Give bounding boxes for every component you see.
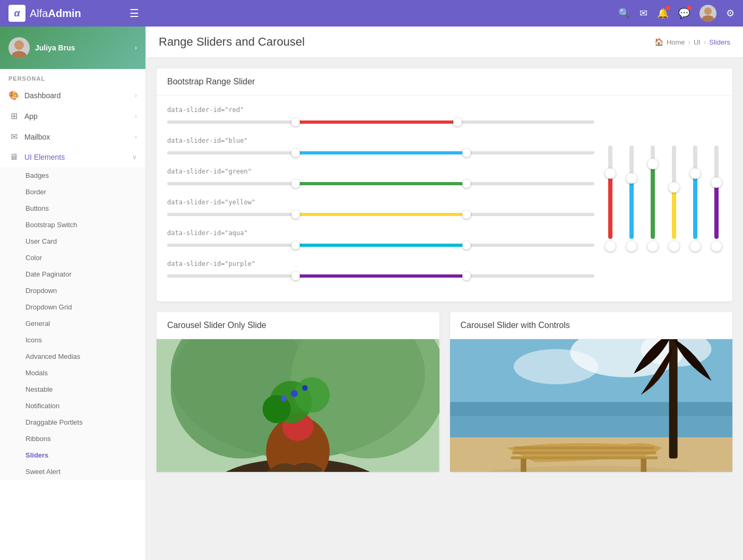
- breadcrumb: 🏠 Home › UI › Sliders: [654, 38, 730, 46]
- hamburger-icon[interactable]: ☰: [129, 7, 139, 20]
- svg-point-16: [302, 385, 308, 391]
- slider-handle-purple-left[interactable]: [291, 272, 300, 280]
- svg-point-14: [263, 395, 291, 423]
- svg-point-2: [14, 40, 24, 50]
- vslider-yellow[interactable]: [669, 145, 679, 252]
- slider-handle-green-right[interactable]: [462, 179, 471, 188]
- sidebar-subitem-notification[interactable]: Notification: [0, 398, 145, 414]
- vslider-bottom-handle-purple[interactable]: [711, 241, 722, 252]
- app-icon: ⊞: [8, 111, 19, 121]
- sidebar-subitem-user-card[interactable]: User Card: [0, 233, 145, 249]
- vslider-purple[interactable]: [711, 145, 722, 252]
- sidebar-subitem-ribbons[interactable]: Ribbons: [0, 430, 145, 447]
- slider-track-yellow-wrap[interactable]: [167, 209, 594, 220]
- slider-track-red-wrap[interactable]: [167, 117, 594, 127]
- mail-icon[interactable]: ✉: [640, 7, 647, 19]
- slider-handle-aqua-left[interactable]: [291, 241, 300, 249]
- slider-track-green-wrap[interactable]: [167, 178, 594, 189]
- bell-icon[interactable]: 🔔: [657, 7, 669, 19]
- brand-logo[interactable]: α AlfaAdmin: [8, 5, 125, 22]
- search-icon[interactable]: 🔍: [618, 7, 630, 19]
- slider-label-purple: data-slider-id="purple": [167, 260, 594, 268]
- vslider-handle-purple[interactable]: [711, 177, 722, 188]
- sidebar-subitem-dropdown[interactable]: Dropdown: [0, 282, 145, 299]
- vslider-handle-aqua[interactable]: [690, 168, 701, 179]
- sidebar-item-mailbox[interactable]: ✉ Mailbox ›: [0, 126, 145, 147]
- slider-row-purple: data-slider-id="purple": [167, 260, 594, 281]
- svg-point-15: [291, 390, 298, 397]
- sidebar-user-panel[interactable]: Juliya Brus ›: [0, 27, 145, 69]
- carousel-only-header: Carousel Slider Only Slide: [157, 312, 439, 339]
- slider-track-blue-wrap[interactable]: [167, 148, 594, 158]
- slider-track-purple-wrap[interactable]: [167, 271, 594, 281]
- slider-handle-blue-left[interactable]: [291, 149, 300, 157]
- sidebar-item-dashboard[interactable]: 🎨 Dashboard ›: [0, 85, 145, 106]
- sidebar-subitem-icons[interactable]: Icons: [0, 332, 145, 348]
- chat-icon[interactable]: 💬: [678, 7, 690, 19]
- vslider-track-blue: [629, 145, 634, 239]
- sidebar-subitem-border[interactable]: Border: [0, 184, 145, 200]
- slider-track-aqua: [167, 244, 594, 247]
- slider-handle-yellow-right[interactable]: [462, 210, 471, 219]
- user-avatar[interactable]: [699, 5, 716, 22]
- vslider-bottom-handle-blue[interactable]: [626, 241, 637, 252]
- svg-rect-29: [511, 456, 658, 459]
- slider-handle-yellow-left[interactable]: [291, 210, 300, 219]
- sidebar-subitem-general[interactable]: General: [0, 315, 145, 332]
- slider-fill-purple: [296, 274, 466, 278]
- dashboard-icon: 🎨: [8, 90, 19, 100]
- slider-row-yellow: data-slider-id="yellow": [167, 199, 594, 220]
- vslider-handle-green[interactable]: [647, 159, 658, 169]
- carousel-row: Carousel Slider Only Slide: [157, 312, 732, 483]
- vslider-red[interactable]: [605, 145, 616, 252]
- vslider-blue[interactable]: [626, 145, 637, 252]
- slider-handle-red-left[interactable]: [291, 118, 300, 126]
- settings-icon[interactable]: ⚙: [726, 7, 735, 19]
- vslider-handle-red[interactable]: [605, 168, 616, 179]
- breadcrumb-ui[interactable]: UI: [694, 38, 701, 46]
- sidebar-subitem-bootstrap-switch[interactable]: Bootstrap Switch: [0, 217, 145, 233]
- sidebar-subitem-nestable[interactable]: Nestable: [0, 381, 145, 398]
- sidebar-subitem-dropdown-grid[interactable]: Dropdown Grid: [0, 299, 145, 315]
- vslider-handle-blue[interactable]: [626, 173, 637, 184]
- sidebar-item-ui-elements[interactable]: 🖥 UI Elements ∨: [0, 147, 145, 167]
- svg-rect-30: [521, 459, 526, 472]
- slider-handle-aqua-right[interactable]: [462, 241, 471, 249]
- vslider-bottom-handle-red[interactable]: [605, 241, 616, 252]
- carousel-only-image: [157, 339, 439, 472]
- slider-handle-blue-right[interactable]: [462, 149, 471, 157]
- slider-track-aqua-wrap[interactable]: [167, 240, 594, 251]
- svg-point-3: [12, 51, 27, 58]
- sidebar-subitem-draggable-portlets[interactable]: Draggable Portlets: [0, 414, 145, 430]
- slider-handle-green-left[interactable]: [291, 179, 300, 188]
- sidebar-subitem-date-paginator[interactable]: Date Paginator: [0, 266, 145, 282]
- slider-fill-yellow: [296, 213, 466, 216]
- sidebar-subitem-sliders[interactable]: Sliders: [0, 447, 145, 463]
- vertical-sliders-container: [605, 106, 722, 291]
- breadcrumb-home[interactable]: Home: [667, 38, 685, 46]
- vslider-handle-yellow[interactable]: [669, 182, 679, 193]
- vslider-green[interactable]: [647, 145, 658, 252]
- alpha-icon: α: [8, 5, 25, 22]
- carousel-controls-header: Carousel Slider with Controls: [450, 312, 733, 339]
- carousel-only-card: Carousel Slider Only Slide: [157, 312, 439, 472]
- sidebar-subitem-sweet-alert[interactable]: Sweet Alert: [0, 463, 145, 480]
- vslider-bottom-handle-aqua[interactable]: [690, 241, 701, 252]
- vslider-fill-red: [608, 174, 612, 239]
- dashboard-arrow: ›: [135, 92, 137, 99]
- vslider-bottom-handle-green[interactable]: [647, 241, 658, 252]
- sidebar-subitem-advanced-medias[interactable]: Advanced Medias: [0, 348, 145, 365]
- sidebar-subitem-badges[interactable]: Badges: [0, 167, 145, 184]
- slider-handle-purple-right[interactable]: [462, 272, 471, 280]
- slider-handle-red-right[interactable]: [453, 118, 462, 126]
- sidebar-user-arrow: ›: [135, 44, 137, 51]
- app-arrow: ›: [135, 113, 137, 120]
- svg-rect-27: [513, 446, 654, 449]
- sidebar-subitem-buttons[interactable]: Buttons: [0, 200, 145, 217]
- vslider-aqua[interactable]: [690, 145, 701, 252]
- sidebar-subitem-color[interactable]: Color: [0, 249, 145, 266]
- sidebar-subitem-modals[interactable]: Modals: [0, 365, 145, 381]
- sidebar-item-app[interactable]: ⊞ App ›: [0, 106, 145, 126]
- vslider-bottom-handle-yellow[interactable]: [669, 241, 679, 252]
- vslider-track-purple: [714, 145, 719, 239]
